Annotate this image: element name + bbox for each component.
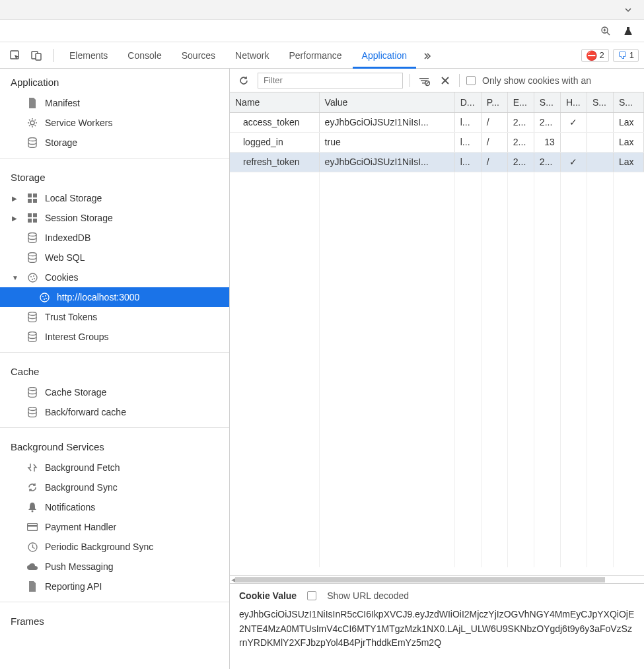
col-httponly[interactable]: H...: [560, 92, 587, 112]
clear-filter-button[interactable]: [417, 73, 431, 88]
sidebar-item-service-workers[interactable]: Service Workers: [0, 113, 229, 133]
sidebar-item-periodic-sync[interactable]: Periodic Background Sync: [0, 537, 229, 557]
col-size[interactable]: S...: [534, 92, 560, 112]
cookie-value-label: Cookie Value: [239, 590, 297, 601]
sidebar-item-bg-sync[interactable]: Background Sync: [0, 477, 229, 497]
filter-input[interactable]: [258, 73, 403, 88]
col-secure[interactable]: S...: [587, 92, 613, 112]
tab-sources[interactable]: Sources: [172, 42, 225, 69]
application-sidebar: Application Manifest Service Workers Sto…: [0, 69, 230, 669]
sidebar-item-notifications[interactable]: Notifications: [0, 497, 229, 517]
sidebar-item-label: IndexedDB: [45, 232, 90, 243]
section-storage: Storage: [0, 164, 229, 188]
cell-secure: [587, 112, 613, 132]
svg-line-1: [607, 32, 610, 35]
message-count-badge[interactable]: 🗨1: [613, 49, 639, 62]
sidebar-item-cookie-host[interactable]: http://localhost:3000: [0, 287, 229, 307]
sidebar-item-bf-cache[interactable]: Back/forward cache: [0, 402, 229, 422]
svg-point-38: [28, 332, 36, 335]
svg-point-16: [28, 138, 36, 141]
clear-all-button[interactable]: [438, 73, 452, 88]
cookie-table: Name Value D... P... E... S... H... S...…: [230, 92, 644, 575]
tab-network[interactable]: Network: [226, 42, 278, 69]
section-frames: Frames: [0, 608, 229, 632]
svg-line-15: [35, 120, 36, 121]
svg-rect-6: [36, 53, 41, 60]
cookie-value-text[interactable]: eyJhbGciOiJSUzI1NiIsInR5cCI6IkpXVCJ9.eyJ…: [239, 608, 635, 651]
flask-icon[interactable]: [623, 26, 633, 36]
table-row[interactable]: refresh_token eyJhbGciOiJSUzI1NiIsI... l…: [230, 152, 644, 172]
database-icon: [26, 232, 38, 243]
divider: [459, 74, 460, 87]
scrollbar-thumb[interactable]: [235, 577, 605, 582]
chevron-down-icon[interactable]: [624, 6, 632, 14]
clock-icon: [26, 542, 38, 552]
col-expires[interactable]: E...: [507, 92, 534, 112]
database-icon: [26, 332, 38, 342]
sidebar-item-label: Reporting API: [45, 581, 102, 592]
cookie-icon: [26, 273, 38, 283]
col-name[interactable]: Name: [230, 92, 319, 112]
sidebar-item-local-storage[interactable]: ▶Local Storage: [0, 188, 229, 208]
svg-rect-17: [28, 194, 32, 197]
device-toggle-icon[interactable]: [29, 48, 44, 63]
sidebar-item-storage[interactable]: Storage: [0, 133, 229, 153]
inspect-element-icon[interactable]: [8, 48, 22, 63]
sidebar-item-label: Cookies: [45, 272, 79, 283]
cell-name: access_token: [230, 112, 319, 132]
refresh-button[interactable]: [236, 73, 251, 88]
tab-application[interactable]: Application: [353, 42, 417, 69]
show-url-decoded-checkbox[interactable]: [307, 591, 316, 600]
svg-line-14: [29, 125, 30, 127]
sidebar-item-interest-groups[interactable]: Interest Groups: [0, 327, 229, 347]
cookie-panel: Only show cookies with an Name Value D..…: [230, 69, 644, 669]
sidebar-item-websql[interactable]: Web SQL: [0, 248, 229, 267]
sidebar-item-trust-tokens[interactable]: Trust Tokens: [0, 307, 229, 327]
col-value[interactable]: Value: [319, 92, 454, 112]
sidebar-item-payment-handler[interactable]: Payment Handler: [0, 517, 229, 537]
col-domain[interactable]: D...: [454, 92, 481, 112]
sidebar-item-label: Session Storage: [45, 213, 113, 223]
scroll-left-icon: ◀: [230, 577, 234, 583]
cell-expires: 2...: [507, 132, 534, 152]
svg-rect-42: [28, 524, 38, 531]
svg-line-13: [35, 125, 36, 127]
triangle-right-icon: ▶: [12, 195, 18, 202]
sidebar-item-label: Background Fetch: [45, 462, 120, 473]
svg-rect-23: [28, 219, 32, 223]
svg-point-40: [28, 407, 36, 411]
svg-point-30: [32, 279, 33, 280]
svg-point-29: [33, 275, 34, 277]
sidebar-item-indexeddb[interactable]: IndexedDB: [0, 228, 229, 248]
table-row[interactable]: logged_in true l... / 2... 13 Lax: [230, 132, 644, 152]
zoom-icon[interactable]: [600, 26, 611, 36]
svg-point-32: [40, 293, 49, 302]
sidebar-item-label: Push Messaging: [45, 561, 114, 572]
table-row[interactable]: access_token eyJhbGciOiJSUzI1NiIsI... l.…: [230, 112, 644, 132]
error-count-badge[interactable]: ⛔2: [581, 49, 609, 62]
sidebar-item-bg-fetch[interactable]: Background Fetch: [0, 458, 229, 477]
tab-elements[interactable]: Elements: [60, 42, 117, 69]
sidebar-item-reporting-api[interactable]: Reporting API: [0, 577, 229, 596]
sidebar-item-cookies[interactable]: ▼Cookies: [0, 267, 229, 287]
cell-name: logged_in: [230, 132, 319, 152]
sidebar-item-label: Storage: [45, 137, 77, 148]
sidebar-item-label: Notifications: [45, 502, 95, 512]
tab-console[interactable]: Console: [118, 42, 170, 69]
sidebar-item-cache-storage[interactable]: Cache Storage: [0, 382, 229, 402]
bell-icon: [26, 502, 38, 512]
col-path[interactable]: P...: [481, 92, 507, 112]
cell-httponly: ✓: [560, 152, 587, 172]
col-samesite[interactable]: S...: [613, 92, 643, 112]
card-icon: [26, 523, 38, 531]
more-tabs-icon[interactable]: [420, 48, 435, 63]
show-url-decoded-label: Show URL decoded: [327, 590, 409, 601]
cell-value: eyJhbGciOiJSUzI1NiIsI...: [319, 152, 454, 172]
horizontal-scrollbar[interactable]: ◀: [230, 575, 644, 583]
tab-performance[interactable]: Performance: [279, 42, 351, 69]
sidebar-item-manifest[interactable]: Manifest: [0, 93, 229, 113]
only-cookies-checkbox[interactable]: [466, 76, 476, 85]
sidebar-item-session-storage[interactable]: ▶Session Storage: [0, 208, 229, 228]
sidebar-item-push-messaging[interactable]: Push Messaging: [0, 557, 229, 577]
database-icon: [26, 407, 38, 417]
